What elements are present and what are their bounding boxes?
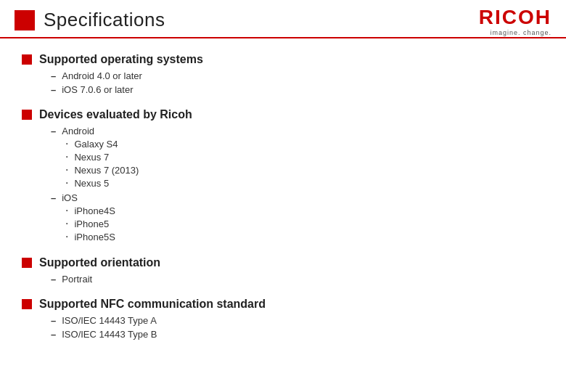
sub-item: –iOS 7.0.6 or later [51,84,544,95]
ricoh-wordmark: RICOH [479,7,551,28]
dash-icon: – [51,70,56,81]
section-bullet-icon [22,299,32,309]
section-title: Supported NFC communication standard [39,298,266,311]
header-icon [15,10,35,30]
sub-item: –ISO/IEC 14443 Type B [51,329,544,340]
dash-icon: – [51,274,56,285]
bullet-dot-icon: · [65,231,68,242]
bullet-dot-icon: · [65,218,68,229]
sub-item: –Android 4.0 or later [51,70,544,81]
list-item: ·Nexus 7 (2013) [65,165,544,176]
dash-icon: – [51,84,56,95]
sub-item-label: Android [62,126,94,136]
sub-item: –Portrait [51,274,544,285]
dash-icon: – [51,329,56,340]
section-title: Devices evaluated by Ricoh [39,108,192,121]
sub-group: –Portrait [51,274,544,285]
nested-list: ·Galaxy S4·Nexus 7·Nexus 7 (2013)·Nexus … [51,139,544,189]
list-item: ·iPhone5S [65,232,544,243]
section-header-operating-systems: Supported operating systems [22,53,544,66]
ricoh-tagline: imagine. change. [490,29,551,36]
section-bullet-icon [22,110,32,120]
sub-group: –ISO/IEC 14443 Type A [51,315,544,326]
sub-group: –iOS 7.0.6 or later [51,84,544,95]
section-header-orientation: Supported orientation [22,256,544,269]
sub-group: –Android·Galaxy S4·Nexus 7·Nexus 7 (2013… [51,126,544,189]
list-item: ·Nexus 7 [65,152,544,163]
page-header: Specifications RICOH imagine. change. [0,0,566,38]
bullet-dot-icon: · [65,164,68,176]
sub-group: –ISO/IEC 14443 Type B [51,329,544,340]
sub-item-label: Portrait [62,274,92,285]
list-item: ·Nexus 5 [65,178,544,189]
bullet-dot-icon: · [65,177,68,189]
sub-item: –iOS [51,192,544,203]
list-item: ·iPhone5 [65,219,544,230]
sub-list-operating-systems: –Android 4.0 or later–iOS 7.0.6 or later [22,70,544,95]
sub-group: –Android 4.0 or later [51,70,544,81]
section-devices: Devices evaluated by Ricoh–Android·Galax… [22,108,544,243]
sub-item: –Android [51,126,544,136]
bullet-dot-icon: · [65,205,68,216]
nested-item-label: iPhone4S [74,205,115,216]
section-title: Supported operating systems [39,53,203,66]
section-header-devices: Devices evaluated by Ricoh [22,108,544,121]
bullet-dot-icon: · [65,138,68,150]
section-operating-systems: Supported operating systems–Android 4.0 … [22,53,544,95]
content-area: Supported operating systems–Android 4.0 … [0,38,566,367]
nested-item-label: iPhone5 [74,219,109,229]
list-item: ·Galaxy S4 [65,139,544,150]
sub-item-label: Android 4.0 or later [62,70,142,81]
section-nfc: Supported NFC communication standard–ISO… [22,298,544,340]
sub-item: –ISO/IEC 14443 Type A [51,315,544,326]
dash-icon: – [51,126,56,136]
nested-item-label: Nexus 5 [74,178,109,189]
section-header-nfc: Supported NFC communication standard [22,298,544,311]
section-orientation: Supported orientation–Portrait [22,256,544,285]
sub-list-nfc: –ISO/IEC 14443 Type A–ISO/IEC 14443 Type… [22,315,544,340]
nested-item-label: Nexus 7 (2013) [74,165,139,176]
page-title: Specifications [44,9,165,31]
sub-item-label: ISO/IEC 14443 Type B [62,329,157,340]
dash-icon: – [51,192,56,203]
section-bullet-icon [22,54,32,65]
nested-item-label: Galaxy S4 [74,139,118,150]
sub-list-devices: –Android·Galaxy S4·Nexus 7·Nexus 7 (2013… [22,126,544,243]
sub-list-orientation: –Portrait [22,274,544,285]
sub-item-label: iOS 7.0.6 or later [62,84,133,95]
section-title: Supported orientation [39,256,160,269]
dash-icon: – [51,315,56,326]
ricoh-logo: RICOH imagine. change. [479,7,551,36]
section-bullet-icon [22,258,32,268]
sub-group: –iOS·iPhone4S·iPhone5·iPhone5S [51,192,544,243]
nested-list: ·iPhone4S·iPhone5·iPhone5S [51,205,544,243]
sub-item-label: iOS [62,192,78,203]
list-item: ·iPhone4S [65,205,544,217]
nested-item-label: Nexus 7 [74,152,109,163]
bullet-dot-icon: · [65,151,68,163]
sub-item-label: ISO/IEC 14443 Type A [62,315,157,326]
nested-item-label: iPhone5S [74,232,115,242]
